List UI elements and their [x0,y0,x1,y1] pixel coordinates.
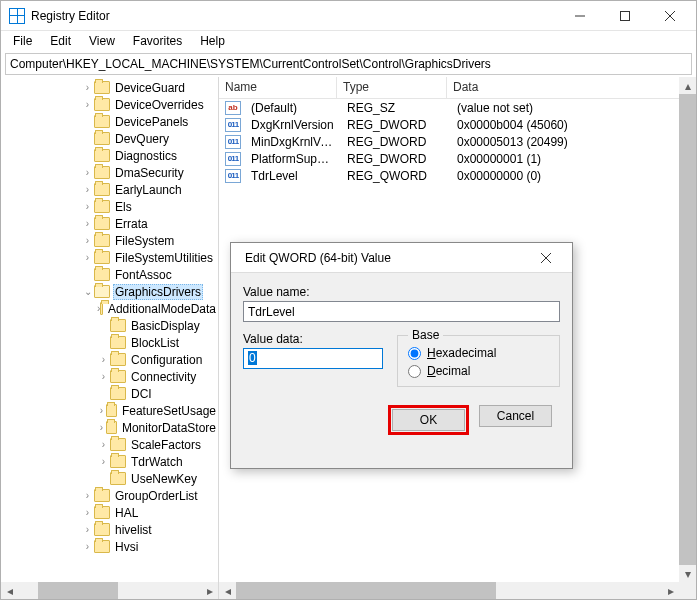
list-row[interactable]: 011DxgKrnlVersionREG_DWORD0x0000b004 (45… [219,116,679,133]
expand-icon[interactable]: › [81,507,94,518]
folder-icon [94,234,110,247]
list-header: Name Type Data [219,77,696,99]
value-data-input[interactable]: 0 [243,348,383,369]
hex-label[interactable]: Hexadecimal [427,346,496,360]
tree-item[interactable]: ›DeviceGuard [1,79,218,96]
tree-item[interactable]: ›DeviceOverrides [1,96,218,113]
expand-icon[interactable]: › [81,235,94,246]
menu-favorites[interactable]: Favorites [125,32,190,50]
expand-icon[interactable]: › [81,524,94,535]
scroll-up-button[interactable]: ▴ [679,77,696,94]
col-data[interactable]: Data [447,77,696,98]
cell-name: PlatformSuppor... [245,152,341,166]
tree-item[interactable]: FontAssoc [1,266,218,283]
tree-item[interactable]: ›ScaleFactors [1,436,218,453]
tree-item-label: Diagnostics [113,149,179,163]
dialog-close-button[interactable] [523,244,568,272]
tree-item[interactable]: ›Connectivity [1,368,218,385]
tree-item[interactable]: ›FileSystemUtilities [1,249,218,266]
expand-icon[interactable]: › [97,439,110,450]
col-type[interactable]: Type [337,77,447,98]
tree-item-label: DmaSecurity [113,166,186,180]
expand-icon[interactable]: › [97,354,110,365]
expand-icon[interactable]: › [81,184,94,195]
list-row[interactable]: 011MinDxgKrnlVersi...REG_DWORD0x00005013… [219,133,679,150]
cancel-button[interactable]: Cancel [479,405,552,427]
folder-icon [94,149,110,162]
tree-hscrollbar[interactable]: ◂ ▸ [1,582,218,599]
scroll-left-button[interactable]: ◂ [1,582,18,599]
hex-radio[interactable] [408,347,421,360]
tree-item[interactable]: UseNewKey [1,470,218,487]
folder-icon [110,336,126,349]
tree-item[interactable]: ›hivelist [1,521,218,538]
expand-icon[interactable]: › [97,422,106,433]
tree-item[interactable]: ⌄GraphicsDrivers [1,283,218,300]
expand-icon[interactable]: › [97,456,110,467]
list-row[interactable]: 011PlatformSuppor...REG_DWORD0x00000001 … [219,150,679,167]
tree-item[interactable]: DevQuery [1,130,218,147]
tree-item-label: DevQuery [113,132,171,146]
menu-edit[interactable]: Edit [42,32,79,50]
scroll-right-button[interactable]: ▸ [662,582,679,599]
value-name-input[interactable] [243,301,560,322]
expand-icon[interactable]: › [97,371,110,382]
list-hscrollbar[interactable]: ◂ ▸ [219,582,679,599]
scrollbar-corner [679,582,696,599]
dec-label[interactable]: Decimal [427,364,470,378]
tree-item-label: GraphicsDrivers [113,284,203,300]
menu-view[interactable]: View [81,32,123,50]
expand-icon[interactable]: › [81,490,94,501]
tree-item[interactable]: ›DmaSecurity [1,164,218,181]
tree-item[interactable]: ›AdditionalModeData [1,300,218,317]
menu-file[interactable]: File [5,32,40,50]
expand-icon[interactable]: › [81,167,94,178]
tree-item-label: BasicDisplay [129,319,202,333]
tree-item[interactable]: ›TdrWatch [1,453,218,470]
tree-item[interactable]: ›Els [1,198,218,215]
expand-icon[interactable]: › [97,405,106,416]
dialog-titlebar[interactable]: Edit QWORD (64-bit) Value [231,243,572,273]
tree-item[interactable]: ›Errata [1,215,218,232]
expand-icon[interactable]: › [81,201,94,212]
tree-item[interactable]: DCI [1,385,218,402]
address-bar[interactable]: Computer\HKEY_LOCAL_MACHINE\SYSTEM\Curre… [5,53,692,75]
tree-item[interactable]: ›FeatureSetUsage [1,402,218,419]
tree-item[interactable]: ›Configuration [1,351,218,368]
folder-icon [110,387,126,400]
tree-item[interactable]: DevicePanels [1,113,218,130]
expand-icon[interactable]: › [81,218,94,229]
registry-tree[interactable]: ›DeviceGuard›DeviceOverridesDevicePanels… [1,77,218,582]
tree-item[interactable]: ›Hvsi [1,538,218,555]
close-button[interactable] [647,2,692,30]
ok-button[interactable]: OK [392,409,465,431]
tree-item[interactable]: ›GroupOrderList [1,487,218,504]
dec-radio[interactable] [408,365,421,378]
list-row[interactable]: 011TdrLevelREG_QWORD0x00000000 (0) [219,167,679,184]
expand-icon[interactable]: › [81,99,94,110]
tree-item[interactable]: BasicDisplay [1,317,218,334]
col-name[interactable]: Name [219,77,337,98]
tree-item[interactable]: ›FileSystem [1,232,218,249]
expand-icon[interactable]: › [81,82,94,93]
binary-value-icon: 011 [225,152,241,166]
scroll-left-button[interactable]: ◂ [219,582,236,599]
expand-icon[interactable]: › [81,252,94,263]
folder-icon [94,251,110,264]
list-row[interactable]: ab(Default)REG_SZ(value not set) [219,99,679,116]
menu-help[interactable]: Help [192,32,233,50]
scroll-right-button[interactable]: ▸ [201,582,218,599]
minimize-button[interactable] [557,2,602,30]
tree-item[interactable]: BlockList [1,334,218,351]
list-vscrollbar[interactable]: ▴ ▾ [679,77,696,582]
tree-item[interactable]: ›EarlyLaunch [1,181,218,198]
tree-item[interactable]: Diagnostics [1,147,218,164]
folder-icon [94,166,110,179]
collapse-icon[interactable]: ⌄ [81,286,94,297]
folder-icon [106,421,117,434]
tree-item[interactable]: ›MonitorDataStore [1,419,218,436]
scroll-down-button[interactable]: ▾ [679,565,696,582]
tree-item[interactable]: ›HAL [1,504,218,521]
expand-icon[interactable]: › [81,541,94,552]
maximize-button[interactable] [602,2,647,30]
